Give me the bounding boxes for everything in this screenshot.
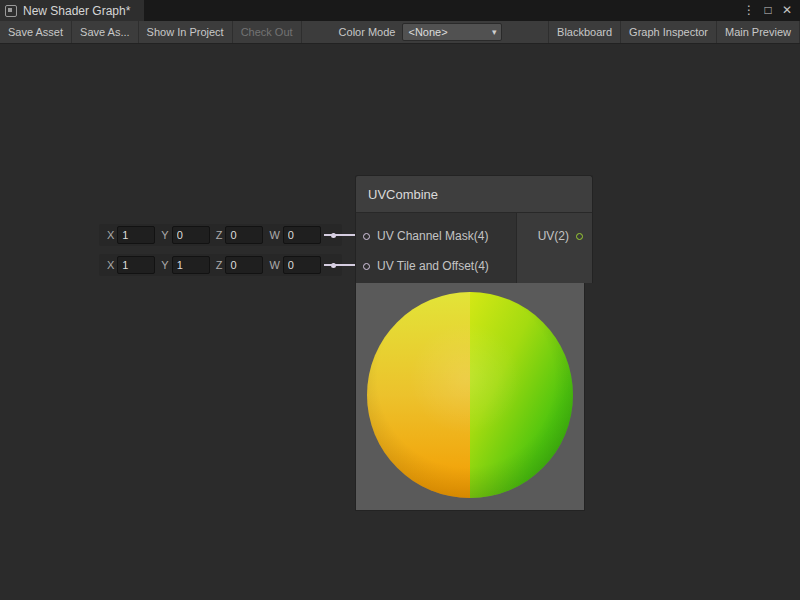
more-menu-icon[interactable]: ⋮ bbox=[741, 0, 757, 21]
vector-field: X bbox=[101, 256, 155, 274]
blackboard-button[interactable]: Blackboard bbox=[548, 21, 620, 43]
vector-field: W bbox=[263, 226, 320, 244]
vector-field: Z bbox=[210, 226, 264, 244]
input-port-row: UV Tile and Offset(4) bbox=[356, 251, 516, 281]
sphere-shading bbox=[367, 292, 573, 498]
vector4-input-row-1: X Y Z W bbox=[99, 224, 342, 246]
color-mode-label: Color Mode bbox=[332, 21, 403, 43]
preview-sphere bbox=[367, 292, 573, 498]
close-icon[interactable]: ✕ bbox=[779, 0, 795, 21]
graph-inspector-button[interactable]: Graph Inspector bbox=[620, 21, 716, 43]
w-field-label: W bbox=[263, 229, 282, 241]
node-ports-section: UV Channel Mask(4) UV Tile and Offset(4)… bbox=[355, 213, 593, 283]
y-field-input[interactable] bbox=[172, 256, 210, 274]
w-field-input[interactable] bbox=[283, 226, 321, 244]
x-field-input[interactable] bbox=[117, 226, 155, 244]
graph-canvas[interactable]: X Y Z W X Y Z bbox=[0, 44, 800, 600]
tab-title: New Shader Graph* bbox=[23, 4, 130, 18]
output-port-row: UV(2) bbox=[517, 221, 592, 251]
z-field-input[interactable] bbox=[225, 256, 263, 274]
save-asset-button[interactable]: Save Asset bbox=[0, 21, 72, 43]
y-field-label: Y bbox=[155, 229, 171, 241]
z-field-input[interactable] bbox=[225, 226, 263, 244]
z-field-label: Z bbox=[210, 229, 226, 241]
main-preview-button[interactable]: Main Preview bbox=[716, 21, 800, 43]
maximize-icon[interactable]: □ bbox=[760, 0, 776, 21]
input-port-circle[interactable] bbox=[363, 263, 370, 270]
title-bar: New Shader Graph* ⋮ □ ✕ bbox=[0, 0, 800, 21]
shader-graph-icon bbox=[5, 5, 17, 17]
save-as-button[interactable]: Save As... bbox=[72, 21, 139, 43]
node-input-ports: UV Channel Mask(4) UV Tile and Offset(4) bbox=[356, 213, 516, 283]
x-field-label: X bbox=[101, 229, 117, 241]
output-port-label: UV(2) bbox=[538, 229, 569, 243]
window-controls: ⋮ □ ✕ bbox=[741, 0, 800, 21]
input-port-row: UV Channel Mask(4) bbox=[356, 221, 516, 251]
color-mode-dropdown[interactable]: <None> ▾ bbox=[402, 23, 502, 41]
vector-field: Y bbox=[155, 226, 209, 244]
x-field-input[interactable] bbox=[117, 256, 155, 274]
input-port-circle[interactable] bbox=[363, 233, 370, 240]
show-in-project-button[interactable]: Show In Project bbox=[139, 21, 233, 43]
vector-field: Z bbox=[210, 256, 264, 274]
window-tab[interactable]: New Shader Graph* bbox=[0, 0, 144, 21]
node-title[interactable]: UVCombine bbox=[355, 175, 593, 213]
node-uvcombine[interactable]: UVCombine UV Channel Mask(4) UV Tile and… bbox=[355, 175, 593, 511]
vector4-input-row-2: X Y Z W bbox=[99, 254, 342, 276]
check-out-button: Check Out bbox=[233, 21, 302, 43]
node-preview bbox=[355, 283, 585, 511]
toolbar: Save Asset Save As... Show In Project Ch… bbox=[0, 21, 800, 44]
vector-field: X bbox=[101, 226, 155, 244]
z-field-label: Z bbox=[210, 259, 226, 271]
toolbar-right-group: Blackboard Graph Inspector Main Preview bbox=[548, 21, 800, 43]
vector-field: W bbox=[263, 256, 320, 274]
w-field-input[interactable] bbox=[283, 256, 321, 274]
w-field-label: W bbox=[263, 259, 282, 271]
input-port-label: UV Channel Mask(4) bbox=[377, 229, 488, 243]
node-output-ports: UV(2) bbox=[516, 213, 592, 283]
y-field-label: Y bbox=[155, 259, 171, 271]
input-port-label: UV Tile and Offset(4) bbox=[377, 259, 489, 273]
x-field-label: X bbox=[101, 259, 117, 271]
color-mode-value: <None> bbox=[408, 26, 447, 38]
chevron-down-icon: ▾ bbox=[492, 27, 497, 37]
vector-field: Y bbox=[155, 256, 209, 274]
y-field-input[interactable] bbox=[172, 226, 210, 244]
output-port-circle[interactable] bbox=[576, 233, 583, 240]
